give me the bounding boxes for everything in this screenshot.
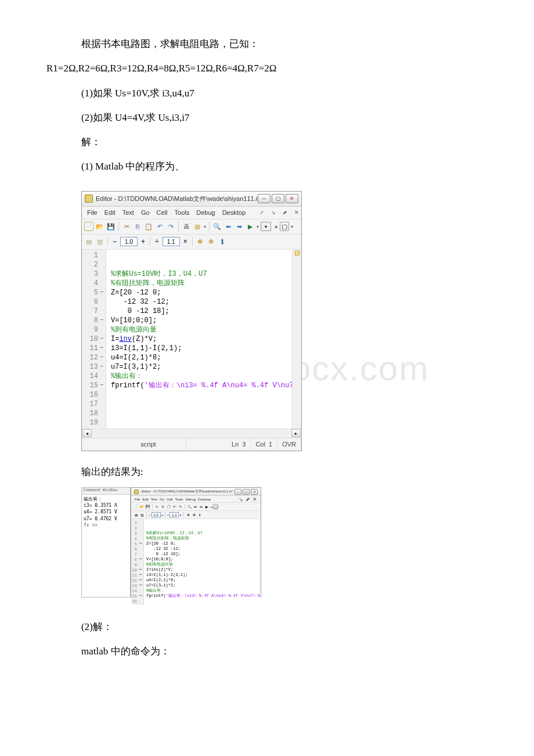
- status-ovr: OVR: [277, 438, 301, 451]
- problem-q2: (2)如果 U4=4V,求 Us,i3,i7: [46, 109, 488, 127]
- cell-eval-icon[interactable]: ▤: [84, 237, 93, 246]
- save-icon[interactable]: 💾: [145, 504, 150, 509]
- redo-icon[interactable]: ↷: [178, 504, 183, 509]
- cell-eval-advance-icon[interactable]: ▥: [95, 237, 104, 246]
- close-button[interactable]: ✕: [251, 489, 258, 495]
- menu-file[interactable]: File: [84, 208, 100, 217]
- cmd-line: u4= 2.8571 V: [84, 509, 128, 515]
- horizontal-scrollbar[interactable]: ◂ ▸: [82, 429, 301, 438]
- cell-minus-icon[interactable]: −: [111, 237, 118, 246]
- menu-debug[interactable]: Debug: [184, 497, 197, 502]
- cut-icon[interactable]: ✂: [154, 504, 160, 509]
- answer2-label: (2)解：: [46, 618, 488, 636]
- menu-file[interactable]: File: [134, 497, 142, 502]
- menu-desktop[interactable]: Desktop: [197, 497, 212, 502]
- cell-factor1-input[interactable]: [120, 237, 138, 246]
- menu-edit[interactable]: Edit: [102, 208, 118, 217]
- vertical-scrollbar[interactable]: [292, 250, 301, 429]
- cmd-line: i3= 0.3571 A: [84, 502, 128, 509]
- run-icon[interactable]: ▶: [246, 222, 255, 231]
- app-icon: [85, 195, 93, 203]
- statusbar: script Ln 3 Col 1 OVR: [82, 438, 301, 451]
- dock-arrow-icon[interactable]: ⤢: [257, 208, 267, 217]
- open-file-icon[interactable]: 📂: [95, 222, 104, 231]
- scroll-right-icon[interactable]: ▸: [291, 429, 301, 437]
- code-area[interactable]: 1 2 3 4 5−6 7 8−9 10−11−12−13−14 15−16 1…: [82, 250, 301, 429]
- menu-desktop[interactable]: Desktop: [219, 208, 248, 217]
- maximize-button[interactable]: ▢: [243, 489, 250, 495]
- command-window: Command Window 输出有： i3= 0.3571 A u4= 2.8…: [81, 487, 131, 597]
- stack-dropdown[interactable]: ▾: [261, 222, 271, 231]
- help-icon[interactable]: ℹ: [218, 237, 227, 246]
- problem-q1: (1)如果 Us=10V,求 i3,u4,u7: [46, 84, 488, 103]
- dock-toggle-icon[interactable]: ▢: [280, 222, 289, 231]
- run-icon[interactable]: ▶: [204, 504, 210, 509]
- menu-debug[interactable]: Debug: [193, 208, 218, 217]
- dock-arrow2-icon[interactable]: ↘: [268, 208, 279, 217]
- publish-icon[interactable]: ▦: [193, 222, 202, 231]
- minimize-button[interactable]: ─: [234, 489, 241, 495]
- nav-back-icon[interactable]: ⬅: [193, 504, 198, 509]
- close-button[interactable]: ✕: [286, 194, 298, 203]
- answer2-cmd-label: matlab 中的命令为：: [46, 642, 488, 661]
- menu-tools[interactable]: Tools: [172, 208, 193, 217]
- window-title: Editor - D:\TDDOWNLOAD\Matlab文件\wade\shi…: [96, 195, 258, 203]
- titlebar: Editor - D:\TDDOWNLOAD\Matlab文件\wade\shi…: [82, 192, 301, 207]
- paste-icon[interactable]: 📋: [166, 504, 171, 509]
- maximize-button[interactable]: ▢: [272, 194, 284, 203]
- print-icon[interactable]: 🖶: [182, 222, 191, 231]
- minimize-button[interactable]: ─: [258, 194, 270, 203]
- menu-go[interactable]: Go: [158, 497, 165, 502]
- menu-cell[interactable]: Cell: [154, 208, 171, 217]
- copy-icon[interactable]: ⎘: [160, 504, 165, 509]
- nav-fwd-icon[interactable]: ➡: [234, 222, 244, 231]
- cmd-line: u7= 0.4762 V: [84, 516, 128, 522]
- cell-script2-icon[interactable]: ✼: [207, 237, 216, 246]
- menu-text[interactable]: Text: [150, 497, 158, 502]
- toolbar-standard: 📄 📂 💾 ✂ ⎘ 📋 ↶ ↷ 🖶 ▦ ▾ 🔍 ⬅ ➡ ▶ ▾ ▾ » ▢ ▾: [82, 219, 301, 235]
- cmd-header: Command Window: [82, 488, 130, 495]
- cut-icon[interactable]: ✂: [122, 222, 131, 231]
- find-icon[interactable]: 🔍: [187, 504, 192, 509]
- answer-label: 解：: [46, 133, 488, 152]
- menu-text[interactable]: Text: [120, 208, 137, 217]
- problem-intro: 根据书本电路图，求解电阻电路，已知：: [46, 35, 488, 53]
- undo-icon[interactable]: ↶: [172, 504, 177, 509]
- cell-factor2-input[interactable]: [163, 237, 180, 246]
- copy-icon[interactable]: ⎘: [133, 222, 142, 231]
- result-row: Command Window 输出有： i3= 0.3571 A u4= 2.8…: [81, 487, 488, 597]
- status-line: Ln 3: [227, 438, 251, 451]
- nav-fwd-icon[interactable]: ➡: [199, 504, 204, 509]
- save-icon[interactable]: 💾: [106, 222, 116, 231]
- menu-close-icon[interactable]: ✕: [291, 208, 302, 217]
- cell-script-icon[interactable]: ✻: [196, 237, 205, 246]
- undock-icon[interactable]: ⬈: [280, 208, 290, 217]
- cmd-line: 输出有：: [84, 496, 128, 502]
- cmd-prompt[interactable]: fx >>: [84, 522, 128, 528]
- line-gutter: 1 2 3 4 5−6 7 8−9 10−11−12−13−14 15−16 1…: [82, 250, 106, 429]
- cell-div-icon[interactable]: ÷: [153, 237, 161, 246]
- menu-tools[interactable]: Tools: [174, 497, 184, 502]
- open-file-icon[interactable]: 📂: [139, 504, 145, 509]
- matlab-editor-window: Editor - D:\TDDOWNLOAD\Matlab文件\wade\shi…: [81, 191, 302, 451]
- paste-icon[interactable]: 📋: [144, 222, 153, 231]
- new-file-icon[interactable]: 📄: [84, 222, 93, 231]
- menu-edit[interactable]: Edit: [142, 497, 150, 502]
- scroll-left-icon[interactable]: ◂: [82, 429, 92, 437]
- nav-back-icon[interactable]: ⬅: [223, 222, 233, 231]
- find-icon[interactable]: 🔍: [212, 222, 222, 231]
- status-file-type: script: [111, 438, 186, 451]
- menu-cell[interactable]: Cell: [165, 497, 174, 502]
- matlab-editor-small: Editor - D:\TDDOWNLOAD\Matlab文件\wade\shi…: [131, 487, 261, 597]
- cell-plus-icon[interactable]: +: [139, 237, 147, 246]
- status-col: Col 1: [251, 438, 277, 451]
- menubar: File Edit Text Go Cell Tools Debug Deskt…: [82, 207, 301, 219]
- menu-go[interactable]: Go: [138, 208, 153, 217]
- problem-params: R1=2Ω,R2=6Ω,R3=12Ω,R4=8Ω,R5=12Ω,R6=4Ω,R7…: [46, 59, 488, 78]
- redo-icon[interactable]: ↷: [166, 222, 175, 231]
- small-title: Editor - D:\TDDOWNLOAD\Matlab文件\wade\shi…: [142, 489, 234, 494]
- new-file-icon[interactable]: 📄: [134, 504, 139, 509]
- undo-icon[interactable]: ↶: [155, 222, 164, 231]
- cell-times-icon[interactable]: ×: [182, 237, 189, 246]
- code-text[interactable]: %求解Us=10V时，I3，U4，U7%有阻抗矩阵，电源矩阵Z=[20 -12 …: [106, 250, 292, 429]
